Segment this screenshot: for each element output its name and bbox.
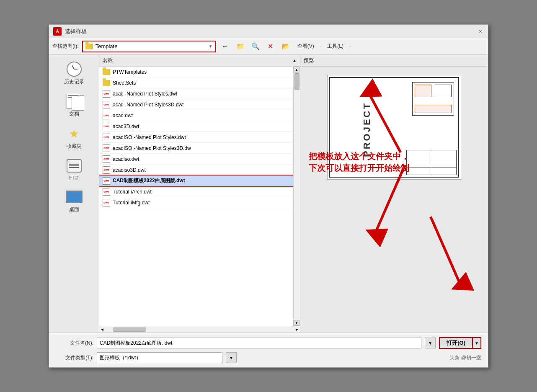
clock-icon [67, 62, 82, 77]
path-dropdown[interactable]: Template ▼ [82, 41, 216, 52]
scroll-thumb[interactable] [294, 73, 299, 90]
sidebar-label-favorites: 收藏夹 [67, 143, 82, 150]
list-item[interactable]: DWT acad -Named Plot Styles3D.dwt [99, 99, 293, 110]
annotation-text-1: 把模板放入这个文件夹中， 下次可以直接打开开始绘制 [309, 150, 409, 174]
horizontal-scrollbar[interactable]: ◄ ► [99, 326, 300, 333]
ftp-icon [67, 159, 82, 173]
title-bar: A 选择样板 × [49, 25, 488, 38]
preview-panel: 预览 PROJECT [300, 55, 488, 333]
dwt-file-icon: DWT [103, 166, 110, 174]
dropdown-arrow-icon: ▼ [209, 44, 213, 49]
sidebar-item-history[interactable]: 历史记录 [49, 59, 99, 88]
list-item[interactable]: DWT Tutorial-iMfg.dwt [99, 197, 293, 208]
main-panel: 名称 ▲ PTWTemplates SheetSets [99, 55, 488, 333]
open-button-arrow[interactable]: ▼ [473, 337, 481, 349]
list-item[interactable]: DWT acadiso.dwt [99, 154, 293, 165]
sidebar-item-ftp[interactable]: FTP [49, 156, 99, 183]
sidebar-label-documents: 文档 [69, 111, 79, 118]
list-item[interactable]: DWT acadISO -Named Plot Styles.dwt [99, 132, 293, 143]
desktop-icon [66, 191, 83, 203]
open-button[interactable]: 打开(O) [439, 337, 473, 349]
document2-icon [72, 95, 84, 111]
select-template-dialog: A 选择样板 × 查找范围(I): Template ▼ ← 📁 🔍 ✕ 📂 查… [49, 24, 488, 368]
bottom-form: 文件名(N): ▼ 打开(O) ▼ 文件类型(T): ▼ 头条 @初一室 [49, 333, 488, 367]
back-button[interactable]: ← [219, 41, 231, 52]
sidebar-label-desktop: 桌面 [69, 206, 79, 213]
dwt-file-icon: DWT [103, 90, 110, 98]
star-icon: ★ [66, 126, 83, 141]
tools-button[interactable]: 工具(L) [325, 41, 346, 52]
search-range-label: 查找范围(I): [52, 43, 79, 50]
scroll-up-button[interactable]: ▲ [294, 67, 299, 72]
column-header: 名称 ▲ [99, 55, 300, 67]
filename-label: 文件名(N): [56, 340, 93, 347]
list-item-selected[interactable]: DWT CAD制图模板2022白底图版.dwt [99, 175, 293, 186]
list-item[interactable]: DWT Tutorial-iArch.dwt [99, 186, 293, 197]
title-bar-left: A 选择样板 [53, 27, 87, 36]
autocad-logo-icon: A [53, 27, 62, 36]
list-item[interactable]: PTWTemplates [99, 67, 293, 77]
file-list-container: PTWTemplates SheetSets DWT acad -Named P… [99, 67, 300, 326]
watermark: 头条 @初一室 [449, 354, 481, 361]
view-button[interactable]: 查看(V) [295, 41, 317, 52]
sidebar-item-desktop[interactable]: 桌面 [49, 187, 99, 216]
dwt-file-icon: DWT [103, 112, 110, 119]
filetype-dropdown-button[interactable]: ▼ [226, 352, 237, 363]
vertical-scrollbar[interactable]: ▲ ▼ [293, 67, 300, 326]
list-item[interactable]: DWT acad -Named Plot Styles.dwt [99, 88, 293, 99]
scroll-left-button[interactable]: ◄ [100, 327, 104, 332]
file-list-panel: 名称 ▲ PTWTemplates SheetSets [99, 55, 300, 333]
delete-button[interactable]: ✕ [265, 41, 276, 52]
folder-icon [85, 44, 93, 49]
sidebar-label-history: 历史记录 [64, 78, 84, 85]
scroll-down-button[interactable]: ▼ [294, 320, 299, 326]
svg-line-4 [431, 217, 461, 285]
dwt-file-icon: DWT [103, 188, 110, 196]
project-text: PROJECT [361, 102, 372, 157]
preview-label: 预览 [300, 55, 488, 67]
name-column-header: 名称 [103, 57, 113, 64]
folder-icon [103, 80, 110, 86]
dwt-file-icon: DWT [103, 123, 110, 130]
dwt-file-icon: DWT [103, 144, 110, 152]
list-item[interactable]: DWT acad.dwt [99, 110, 293, 121]
dwt-file-icon: DWT [103, 177, 110, 185]
filename-dropdown-button[interactable]: ▼ [425, 338, 436, 348]
scroll-thumb-h[interactable] [113, 328, 146, 332]
list-item[interactable]: SheetSets [99, 77, 293, 88]
open-btn-group: 打开(O) ▼ [439, 337, 481, 349]
dwt-file-icon: DWT [103, 101, 110, 108]
file-list[interactable]: PTWTemplates SheetSets DWT acad -Named P… [99, 67, 293, 326]
content-area: 历史记录 文档 ★ 收藏夹 [49, 55, 488, 333]
toolbar: 查找范围(I): Template ▼ ← 📁 🔍 ✕ 📂 查看(V) · 工具… [49, 38, 488, 55]
preview-area: PROJECT [300, 67, 488, 333]
sidebar-item-favorites[interactable]: ★ 收藏夹 [49, 124, 99, 152]
list-item[interactable]: DWT acad3D.dwt [99, 121, 293, 132]
filetype-input[interactable] [97, 352, 222, 363]
sidebar: 历史记录 文档 ★ 收藏夹 [49, 55, 99, 333]
dwt-file-icon: DWT [103, 199, 110, 206]
sort-arrow-icon[interactable]: ▲ [292, 58, 297, 63]
separator: · [320, 43, 322, 49]
list-item[interactable]: DWT acadISO -Named Plot Styles3D.dw [99, 143, 293, 154]
dwt-file-icon: DWT [103, 134, 110, 141]
separator2: · [349, 43, 351, 49]
close-button[interactable]: × [477, 28, 484, 35]
up-folder-button[interactable]: 📁 [235, 41, 246, 52]
dialog-title: 选择样板 [65, 28, 87, 35]
filetype-label: 文件类型(T): [56, 354, 93, 361]
dwt-file-icon: DWT [103, 155, 110, 163]
scroll-right-button[interactable]: ► [295, 327, 299, 332]
list-item[interactable]: DWT acadiso3D.dwt [99, 165, 293, 175]
sidebar-label-ftp: FTP [69, 175, 79, 181]
path-value: Template [96, 43, 209, 49]
filename-row: 文件名(N): ▼ 打开(O) ▼ [56, 337, 481, 349]
filename-input[interactable] [97, 338, 421, 348]
new-folder-button[interactable]: 📂 [280, 41, 292, 52]
folder-icon [103, 69, 110, 75]
search-button[interactable]: 🔍 [250, 41, 261, 52]
cad-title-block [406, 150, 457, 175]
sidebar-item-documents[interactable]: 文档 [49, 91, 99, 120]
filetype-row: 文件类型(T): ▼ 头条 @初一室 [56, 352, 481, 363]
